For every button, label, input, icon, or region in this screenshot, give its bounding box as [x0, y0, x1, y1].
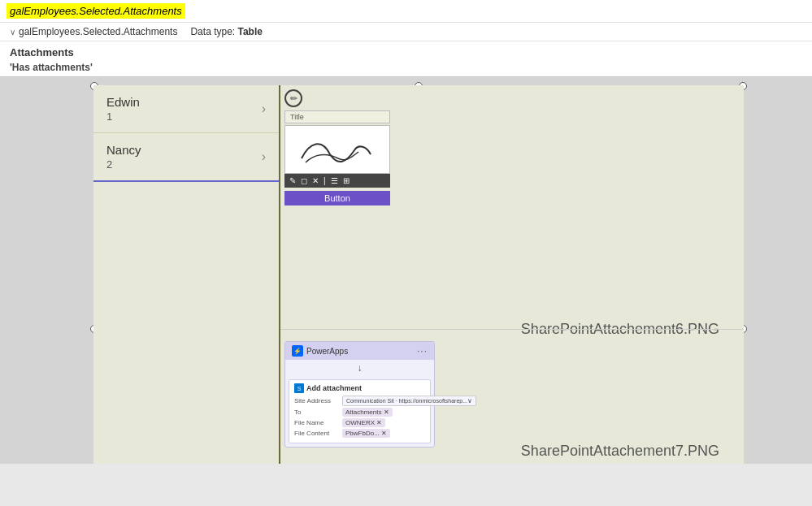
- gallery-arrow-nancy: ›: [262, 149, 266, 164]
- pen-edit-icon[interactable]: ✏: [284, 89, 302, 107]
- gallery-item-nancy[interactable]: Nancy 2 ›: [93, 133, 279, 182]
- data-type-label: Data type: Table: [190, 26, 262, 37]
- pen-edit2-icon[interactable]: ⊞: [343, 176, 350, 185]
- pen-widget: ✏ Title ✎ ◻ ✕ | ☰ ⊞ Button: [284, 89, 406, 205]
- pen-button[interactable]: Button: [284, 191, 390, 205]
- attachment-label-bottom: SharePointAttachement7.PNG: [521, 443, 719, 460]
- gallery-item-text-edwin: Edwin 1: [106, 95, 140, 123]
- gallery-item-number-nancy: 2: [106, 158, 141, 171]
- pen-lines-icon[interactable]: ☰: [331, 176, 338, 185]
- chip-label: galEmployees.Selected.Attachments: [19, 26, 177, 37]
- section-subtitle: 'Has attachments': [10, 62, 802, 73]
- formula-chip: ∨ galEmployees.Selected.Attachments: [10, 26, 177, 37]
- gallery-item-name-nancy: Nancy: [106, 143, 141, 157]
- chip-caret: ∨: [10, 28, 15, 37]
- gallery-item-edwin[interactable]: Edwin 1 ›: [93, 85, 279, 133]
- pen-widget-header: ✏: [284, 89, 406, 107]
- section-title: Attachments: [10, 46, 802, 58]
- formula-bar: galEmployees.Selected.Attachments ∨ galE…: [0, 0, 812, 77]
- gallery-panel: Edwin 1 › Nancy 2 ›: [93, 85, 280, 464]
- pen-erase-icon[interactable]: ◻: [301, 176, 307, 185]
- pen-toolbar: ✎ ◻ ✕ | ☰ ⊞: [284, 174, 390, 188]
- formula-input-row: galEmployees.Selected.Attachments: [0, 0, 812, 23]
- pen-canvas-area[interactable]: [284, 125, 390, 174]
- gallery-item-text-nancy: Nancy 2: [106, 143, 141, 171]
- pen-close-icon[interactable]: ✕: [312, 176, 319, 185]
- gallery-item-name-edwin: Edwin: [106, 95, 140, 109]
- canvas-area: Edwin 1 › Nancy 2 › ✏ Title: [0, 77, 812, 464]
- title-input[interactable]: Title: [284, 110, 390, 123]
- formula-details-row: ∨ galEmployees.Selected.Attachments Data…: [0, 23, 812, 41]
- gallery-item-number-edwin: 1: [106, 110, 140, 123]
- data-type-value: Table: [237, 26, 262, 37]
- data-type-prefix: Data type:: [190, 26, 237, 37]
- content-area: ✏ Title ✎ ◻ ✕ | ☰ ⊞ Button SharePointAtt…: [280, 85, 744, 464]
- signature-drawing: [293, 134, 383, 171]
- info-section: Attachments 'Has attachments': [0, 41, 812, 76]
- attachment-bottom-section: SharePointAttachement7.PNG: [280, 329, 744, 464]
- pen-divider: |: [323, 176, 326, 185]
- gallery-arrow-edwin: ›: [262, 102, 266, 116]
- pen-tool-icon[interactable]: ✎: [289, 176, 296, 185]
- formula-text[interactable]: galEmployees.Selected.Attachments: [7, 3, 185, 19]
